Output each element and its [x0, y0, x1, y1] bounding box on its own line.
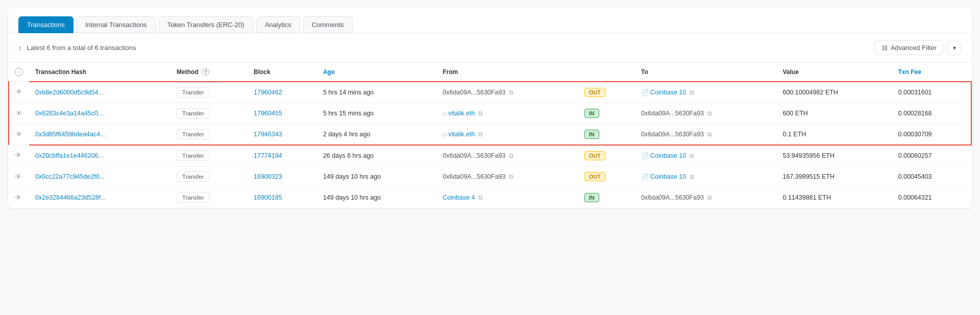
value-cell: 0.1 ETH — [776, 124, 892, 145]
th-from: From — [436, 63, 578, 82]
direction-out-badge: OUT — [584, 151, 605, 160]
from-copy-icon[interactable]: ⧉ — [509, 173, 513, 180]
value-cell: 600.10004982 ETH — [776, 82, 892, 103]
eye-cell[interactable]: 👁 — [9, 82, 29, 103]
tx-hash-cell: 0x2e3284466a23d528f... — [29, 187, 170, 208]
tab-comments[interactable]: Comments — [303, 16, 353, 33]
from-cell: ◇vitalik.eth ⧉ — [436, 124, 578, 145]
method-cell: Transfer — [170, 166, 248, 187]
to-copy-icon[interactable]: ⧉ — [690, 173, 694, 180]
method-cell: Transfer — [170, 82, 248, 103]
advanced-filter-button[interactable]: ⊟ Advanced Filter — [875, 40, 943, 55]
method-question-icon[interactable]: ? — [202, 68, 209, 76]
eye-icon[interactable]: 👁 — [15, 173, 22, 181]
file-icon: 📄 — [641, 152, 649, 159]
eye-icon[interactable]: 👁 — [15, 130, 22, 138]
from-copy-icon[interactable]: ⧉ — [478, 131, 483, 138]
method-cell: Transfer — [170, 103, 248, 124]
from-copy-icon[interactable]: ⧉ — [509, 89, 513, 96]
direction-out-badge: OUT — [584, 172, 605, 181]
block-cell: 16900185 — [248, 187, 317, 208]
direction-cell: OUT — [578, 82, 635, 103]
block-link[interactable]: 16900323 — [254, 173, 282, 180]
tx-hash-link[interactable]: 0xb8e2d6000d5c9d54... — [35, 89, 104, 96]
eye-icon[interactable]: 👁 — [15, 109, 22, 117]
tx-hash-link[interactable]: 0x2e3284466a23d528f... — [35, 194, 106, 201]
age-cell: 26 days 6 hrs ago — [317, 145, 436, 166]
txn-fee-cell: 0.00028168 — [892, 103, 971, 124]
filter-icon: ⊟ — [882, 44, 888, 52]
tx-hash-link[interactable]: 0x6283c4e3a14a45c0... — [35, 110, 103, 117]
to-copy-icon[interactable]: ⧉ — [690, 152, 694, 159]
to-copy-icon[interactable]: ⧉ — [707, 131, 712, 138]
to-cell: 📄Coinbase 10 ⧉ — [635, 166, 776, 187]
to-copy-icon[interactable]: ⧉ — [690, 89, 694, 96]
tab-transactions[interactable]: Transactions — [18, 16, 74, 33]
file-icon: 📄 — [641, 173, 649, 180]
table-row: 👁 0x0cc22a77c945de2f0... Transfer 169003… — [9, 166, 971, 187]
tab-analytics[interactable]: Analytics — [256, 16, 300, 33]
th-to: To — [635, 63, 776, 82]
from-copy-icon[interactable]: ⧉ — [478, 194, 483, 201]
block-cell: 17946343 — [248, 124, 317, 145]
th-block: Block — [248, 63, 317, 82]
eye-cell[interactable]: 👁 — [9, 145, 29, 166]
from-cell: 0x6da09A...5630Fa93 ⧉ — [436, 166, 578, 187]
to-address: 0x6da09A...5630Fa93 — [641, 110, 704, 117]
filter-dropdown-button[interactable]: ▾ — [947, 41, 962, 55]
from-address[interactable]: vitalik.eth — [448, 131, 475, 138]
from-address: 0x6da09A...5630Fa93 — [443, 89, 505, 96]
main-container: TransactionsInternal TransactionsToken T… — [8, 8, 972, 208]
tx-hash-cell: 0x6283c4e3a14a45c0... — [29, 103, 170, 124]
sort-icon: ↕ — [18, 44, 22, 52]
transactions-table: ○ Transaction Hash Method ? Block Age Fr… — [8, 63, 972, 208]
to-address[interactable]: Coinbase 10 — [650, 89, 686, 96]
from-address[interactable]: vitalik.eth — [448, 110, 475, 117]
to-address: 0x6da09A...5630Fa93 — [641, 131, 704, 138]
direction-cell: IN — [578, 187, 635, 208]
block-link[interactable]: 17946343 — [254, 131, 282, 138]
eye-cell[interactable]: 👁 — [9, 124, 29, 145]
eye-icon[interactable]: 👁 — [15, 88, 22, 96]
table-row: 👁 0xb8e2d6000d5c9d54... Transfer 1796046… — [9, 82, 971, 103]
age-cell: 5 hrs 14 mins ago — [317, 82, 436, 103]
tx-hash-link[interactable]: 0x0cc22a77c945de2f0... — [35, 173, 105, 180]
tx-hash-link[interactable]: 0x20cbffa1e1e446206... — [35, 152, 104, 159]
eye-icon[interactable]: 👁 — [15, 151, 22, 159]
tab-internal-transactions[interactable]: Internal Transactions — [77, 16, 156, 33]
table-header: ○ Transaction Hash Method ? Block Age Fr… — [9, 63, 971, 82]
to-address[interactable]: Coinbase 10 — [650, 173, 686, 180]
txn-fee-cell: 0.00031601 — [892, 82, 971, 103]
table-row: 👁 0x2e3284466a23d528f... Transfer 169001… — [9, 187, 971, 208]
table-row: 👁 0x6283c4e3a14a45c0... Transfer 1796045… — [9, 103, 971, 124]
to-copy-icon[interactable]: ⧉ — [707, 110, 712, 117]
block-link[interactable]: 16900185 — [254, 194, 282, 201]
eye-icon[interactable]: 👁 — [15, 193, 22, 202]
tx-hash-cell: 0x20cbffa1e1e446206... — [29, 145, 170, 166]
txn-fee-cell: 0.00030709 — [892, 124, 971, 145]
eye-cell[interactable]: 👁 — [9, 187, 29, 208]
to-address[interactable]: Coinbase 10 — [650, 152, 686, 159]
tx-hash-link[interactable]: 0x3d85f6459bdea4ac4... — [35, 131, 106, 138]
eye-cell[interactable]: 👁 — [9, 103, 29, 124]
block-cell: 16900323 — [248, 166, 317, 187]
age-cell: 149 days 10 hrs ago — [317, 187, 436, 208]
eye-cell[interactable]: 👁 — [9, 166, 29, 187]
tab-token-transfers[interactable]: Token Transfers (ERC-20) — [159, 16, 253, 33]
method-badge: Transfer — [177, 87, 209, 98]
from-copy-icon[interactable]: ⧉ — [478, 110, 483, 117]
tx-hash-cell: 0x0cc22a77c945de2f0... — [29, 166, 170, 187]
block-link[interactable]: 17774194 — [254, 152, 282, 159]
block-link[interactable]: 17960462 — [254, 89, 282, 96]
to-copy-icon[interactable]: ⧉ — [707, 194, 712, 201]
from-copy-icon[interactable]: ⧉ — [509, 152, 513, 159]
diamond-icon: ◇ — [443, 110, 447, 116]
method-cell: Transfer — [170, 145, 248, 166]
from-address[interactable]: Coinbase 4 — [443, 194, 475, 201]
to-cell: 📄Coinbase 10 ⧉ — [635, 82, 776, 103]
block-link[interactable]: 17960455 — [254, 110, 282, 117]
th-tx-hash: Transaction Hash — [29, 63, 170, 82]
method-badge: Transfer — [177, 108, 209, 118]
age-cell: 149 days 10 hrs ago — [317, 166, 436, 187]
method-cell: Transfer — [170, 124, 248, 145]
